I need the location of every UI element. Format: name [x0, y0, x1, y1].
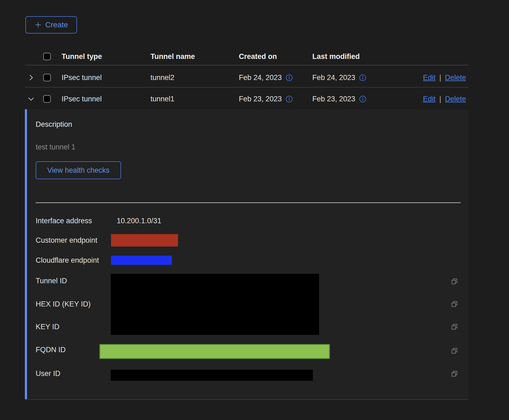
- copy-tunnel-id-button[interactable]: [451, 278, 458, 285]
- edit-link[interactable]: Edit: [423, 94, 436, 104]
- cloudflare-endpoint-label: Cloudflare endpoint: [36, 256, 99, 265]
- view-health-checks-button[interactable]: View health checks: [36, 161, 121, 179]
- select-all-checkbox[interactable]: [43, 53, 51, 60]
- tunnel-name-cell: tunnel1: [150, 94, 175, 104]
- copy-icon: [451, 282, 458, 286]
- fqdn-id-redaction: [99, 344, 330, 359]
- copy-user-id-button[interactable]: [451, 370, 458, 378]
- info-icon[interactable]: [286, 74, 293, 81]
- last-modified-cell: Feb 23, 2023: [312, 94, 366, 104]
- copy-hex-id-button[interactable]: [451, 300, 458, 308]
- row-actions: Edit | Delete: [423, 94, 466, 104]
- copy-icon: [451, 327, 458, 331]
- last-modified-cell: Feb 24, 2023: [312, 73, 366, 82]
- create-button-label: Create: [45, 21, 68, 29]
- column-header-tunnel-name: Tunnel name: [150, 52, 195, 61]
- cloudflare-endpoint-redaction: [111, 256, 172, 265]
- info-icon[interactable]: [359, 74, 366, 81]
- info-icon[interactable]: [286, 95, 293, 103]
- copy-icon: [451, 374, 458, 378]
- header-divider: [25, 65, 468, 65]
- key-id-label: KEY ID: [36, 322, 59, 331]
- column-header-tunnel-type: Tunnel type: [62, 52, 102, 61]
- copy-icon: [451, 305, 458, 309]
- action-separator: |: [439, 73, 441, 82]
- fqdn-id-label: FQDN ID: [36, 345, 66, 354]
- created-on-value: Feb 24, 2023: [239, 73, 282, 82]
- row-divider: [25, 87, 468, 88]
- row-checkbox[interactable]: [43, 95, 51, 103]
- collapse-row-button[interactable]: [27, 95, 35, 103]
- user-id-redaction: [111, 370, 313, 381]
- chevron-down-icon: [27, 100, 35, 104]
- copy-icon: [451, 351, 458, 355]
- ids-redaction: [111, 274, 319, 335]
- row-actions: Edit | Delete: [423, 73, 466, 82]
- description-value: test tunnel 1: [36, 142, 75, 152]
- created-on-cell: Feb 23, 2023: [239, 94, 293, 104]
- action-separator: |: [439, 94, 441, 104]
- delete-link[interactable]: Delete: [445, 94, 466, 104]
- tunnel-name-cell: tunnel2: [150, 73, 175, 82]
- chevron-right-icon: [27, 78, 35, 82]
- expand-row-button[interactable]: [27, 74, 35, 82]
- interface-address-label: Interface address: [36, 216, 92, 225]
- edit-link[interactable]: Edit: [423, 73, 436, 82]
- created-on-value: Feb 23, 2023: [239, 94, 282, 104]
- delete-link[interactable]: Delete: [445, 73, 466, 82]
- view-health-checks-label: View health checks: [47, 166, 110, 175]
- tunnel-type-cell: IPsec tunnel: [62, 73, 102, 82]
- panel-bottom-divider: [25, 399, 468, 400]
- customer-endpoint-redaction: [111, 234, 178, 246]
- plus-icon: [34, 21, 42, 29]
- section-divider: [36, 202, 461, 203]
- info-icon[interactable]: [359, 95, 366, 103]
- expanded-panel-accent-bar: [25, 109, 27, 399]
- last-modified-value: Feb 24, 2023: [312, 73, 355, 82]
- copy-key-id-button[interactable]: [451, 323, 458, 331]
- copy-fqdn-id-button[interactable]: [451, 347, 458, 355]
- user-id-label: User ID: [36, 369, 61, 378]
- ipsec-tunnels-page: Create Tunnel type Tunnel name Created o…: [0, 0, 509, 420]
- customer-endpoint-label: Customer endpoint: [36, 236, 97, 245]
- column-header-last-modified: Last modified: [312, 52, 360, 61]
- hex-id-label: HEX ID (KEY ID): [36, 299, 91, 309]
- create-button[interactable]: Create: [25, 16, 77, 34]
- tunnel-id-label: Tunnel ID: [36, 276, 67, 285]
- description-label: Description: [36, 120, 72, 129]
- tunnel-type-cell: IPsec tunnel: [62, 94, 102, 104]
- created-on-cell: Feb 24, 2023: [239, 73, 293, 82]
- interface-address-value: 10.200.1.0/31: [117, 216, 161, 225]
- column-header-created-on: Created on: [239, 52, 277, 61]
- row-checkbox[interactable]: [43, 74, 51, 81]
- last-modified-value: Feb 23, 2023: [312, 94, 355, 104]
